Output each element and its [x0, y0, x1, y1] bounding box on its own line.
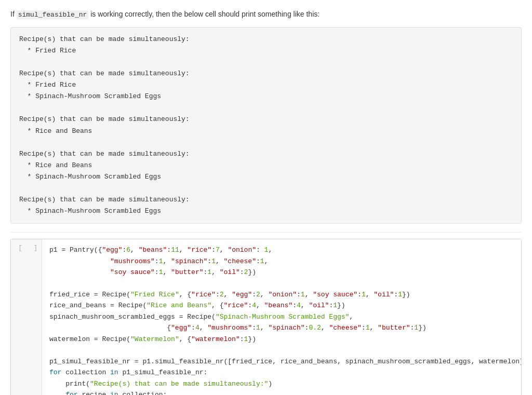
prose-description: If simul_feasible_nr is working correctl… — [10, 8, 522, 21]
cell-gutter: [ ] — [11, 239, 42, 395]
bracket-right: ] — [34, 244, 37, 252]
prose-rest: is working correctly, then the below cel… — [88, 10, 320, 18]
code-line-2: "mushrooms":1, "spinach":1, "cheese":1, — [49, 256, 514, 267]
prose-if: If — [10, 10, 17, 18]
code-line-5: rice_and_beans = Recipe("Rice and Beans"… — [49, 300, 514, 311]
output-line-1: Recipe(s) that can be made simultaneousl… — [19, 35, 190, 215]
code-content: p1 = Pantry({"egg":6, "beans":11, "rice"… — [42, 239, 521, 395]
code-line-7: {"egg":4, "mushrooms":1, "spinach":0.2, … — [49, 322, 514, 333]
output-cell: Recipe(s) that can be made simultaneousl… — [10, 27, 522, 224]
page-container: If simul_feasible_nr is working correctl… — [0, 0, 532, 395]
code-line-12: for recipe in collection: — [49, 389, 514, 395]
code-line-blank2 — [49, 345, 514, 356]
bracket-left: [ — [19, 244, 22, 252]
code-line-4: fried_rice = Recipe("Fried Rice", {"rice… — [49, 289, 514, 300]
code-line-11: print("Recipe(s) that can be made simult… — [49, 378, 514, 389]
code-cell[interactable]: [ ] p1 = Pantry({"egg":6, "beans":11, "r… — [10, 239, 522, 395]
prose-funcname: simul_feasible_nr — [17, 10, 89, 19]
code-line-9: p1_simul_feasible_nr = p1.simul_feasible… — [49, 356, 514, 367]
cell-divider — [10, 232, 522, 233]
code-line-8: watermelon = Recipe("Watermelon", {"wate… — [49, 334, 514, 345]
code-line-10: for collection in p1_simul_feasible_nr: — [49, 367, 514, 378]
code-line-3: "soy sauce":1, "butter":1, "oil":2}) — [49, 267, 514, 278]
code-line-6: spinach_mushroom_scrambled_eggs = Recipe… — [49, 311, 514, 322]
code-line-blank1 — [49, 278, 514, 289]
code-line-1: p1 = Pantry({"egg":6, "beans":11, "rice"… — [49, 244, 514, 255]
